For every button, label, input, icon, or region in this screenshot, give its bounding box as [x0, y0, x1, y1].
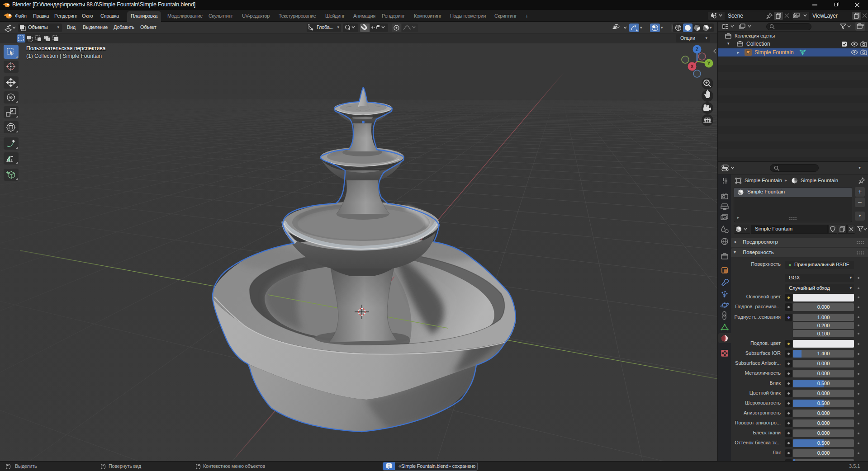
- svg-text:Z: Z: [696, 47, 698, 52]
- svg-text:X: X: [691, 64, 694, 69]
- svg-text:Y: Y: [707, 61, 711, 66]
